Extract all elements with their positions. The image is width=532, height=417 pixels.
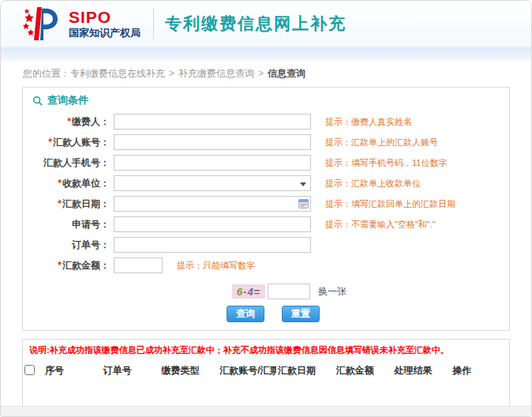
captcha-refresh-link[interactable]: 换一张 [318,285,347,299]
form-actions: 查询 重置 [227,306,509,322]
breadcrumb: 您的位置：专利缴费信息在线补充>补充缴费信息查询>信息查询 [1,61,531,85]
results-note: 说明:补充成功指该缴费信息已成功补充至汇款中；补充不成功指该缴费信息因信息填写错… [23,340,509,358]
results-column-header: 订单号 [102,358,160,384]
field-label: 订单号： [23,239,110,252]
query-condition-title: 查询条件 [47,93,88,107]
query-condition-header: 查询条件 [23,88,509,111]
reset-button[interactable]: 重置 [282,306,320,322]
field-hint: 提示：汇款单上收款单位 [325,178,421,190]
breadcrumb-item: 信息查询 [268,68,305,79]
captcha-char: = [254,286,261,298]
field-label: 申请号： [23,218,110,231]
field-input[interactable] [114,114,311,130]
field-label: *收款单位： [23,177,110,190]
field-input[interactable] [114,257,163,273]
form-field-row: *汇款人账号： 提示：汇款单上的汇款人账号 [23,132,509,152]
page-title: 专利缴费信息网上补充 [165,13,347,35]
field-input[interactable] [114,216,311,232]
required-asterisk: * [58,198,62,209]
required-asterisk: * [67,116,71,127]
required-asterisk: * [48,137,52,148]
results-column-header: 处理结果 [393,358,451,384]
field-label: 汇款人手机号： [23,156,110,170]
field-label: *缴费人： [23,115,110,129]
field-label: *汇款日期： [23,197,110,211]
results-column-header: 缴费类型 [160,358,219,384]
form-field-row: 汇款人手机号： 提示：填写手机号码，11位数字 [23,152,509,173]
select-all-checkbox[interactable] [24,365,35,375]
date-input[interactable] [114,196,311,212]
field-hint: 提示：不需要输入"空格"和"." [325,219,436,231]
sipo-emblem-icon [21,6,62,42]
form-field-row: *缴费人： 提示：缴费人真实姓名 [23,111,509,132]
required-asterisk: * [58,260,62,271]
results-column-header: 汇款日期 [276,358,335,384]
breadcrumb-prefix: 您的位置： [23,68,70,79]
field-input[interactable] [114,237,311,253]
field-input[interactable] [114,134,311,150]
field-hint: 提示：缴费人真实姓名 [325,116,412,128]
results-column-header: 汇款账号/汇票号 [218,358,276,384]
form-field-row: 订单号： [23,235,509,255]
form-field-row: 申请号： 提示：不需要输入"空格"和"." [23,214,509,235]
results-column-header: 操作 [451,358,509,384]
captcha-char: 6 [237,286,243,298]
field-input[interactable] [114,155,311,171]
query-condition-panel: 查询条件 *缴费人： 提示：缴费人真实姓名 *汇款人账号： [22,87,510,331]
page: SIPO 国家知识产权局 专利缴费信息网上补充 您的位置：专利缴费信息在线补充>… [0,0,532,417]
logo-sipo-text: SIPO [69,8,140,26]
header-divider [153,9,154,39]
form-field-row: *汇款日期： 提示：填写汇款回单上的汇款日期 [23,193,509,214]
header: SIPO 国家知识产权局 专利缴费信息网上补充 [1,1,531,47]
query-button[interactable]: 查询 [227,306,264,322]
sipo-logo: SIPO 国家知识产权局 [21,6,140,42]
search-icon [32,96,43,106]
form-field-row: *收款单位： 提示：汇款单上收款单位 [23,173,509,193]
breadcrumb-item[interactable]: 专利缴费信息在线补充 [70,68,165,79]
form-field-row: *汇款金额： 提示：只能填写数字 [23,255,509,276]
field-hint: 提示：填写汇款回单上的汇款日期 [325,198,455,210]
results-column-header: 序号 [43,358,102,384]
field-hint: 提示：只能填写数字 [177,260,255,272]
calendar-icon[interactable] [298,199,309,208]
breadcrumb-separator: > [258,68,264,79]
captcha-row: 6-4= 换一张 [232,284,509,299]
header-accent-bar [1,47,531,61]
field-hint: 提示：填写手机号码，11位数字 [325,157,447,169]
query-form: *缴费人： 提示：缴费人真实姓名 *汇款人账号： 提示：汇款单上的 [23,111,509,276]
captcha-image[interactable]: 6-4= [232,284,265,299]
field-select[interactable] [114,175,311,191]
breadcrumb-separator: > [169,68,174,79]
field-label: *汇款金额： [23,259,110,272]
field-hint: 提示：汇款单上的汇款人账号 [325,137,438,148]
captcha-char: 4 [247,286,253,298]
results-column-header: 汇款金额 [335,358,393,384]
required-asterisk: * [58,178,62,189]
chevron-down-icon [300,182,306,186]
logo-cn-text: 国家知识产权局 [69,28,140,39]
page-footer [1,406,531,416]
captcha-input[interactable] [268,284,310,299]
field-label: *汇款人账号： [23,136,110,149]
breadcrumb-item[interactable]: 补充缴费信息查询 [178,68,254,79]
results-header-row: 序号订单号缴费类型汇款账号/汇票号汇款日期汇款金额处理结果操作 [23,358,509,384]
